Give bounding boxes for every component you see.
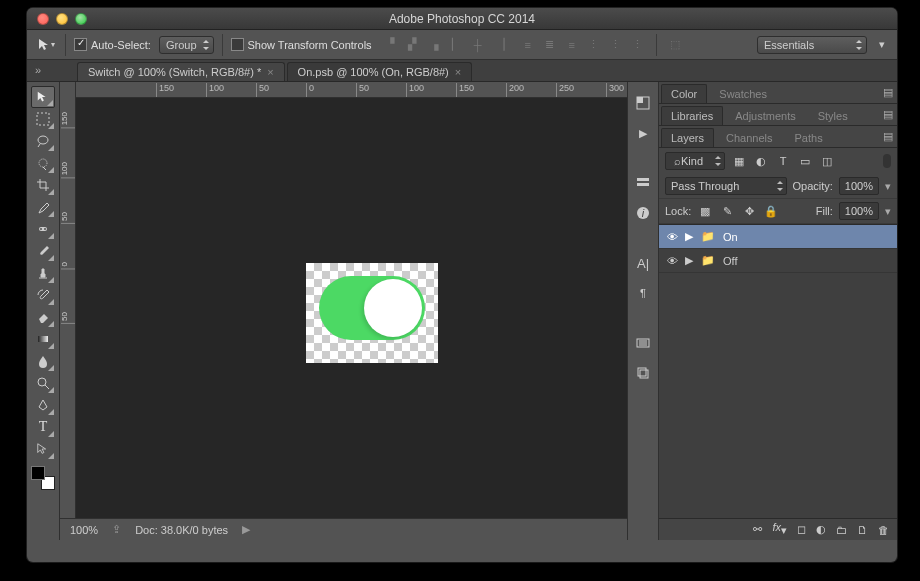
dodge-tool[interactable] xyxy=(31,372,55,394)
layer-filter-select[interactable]: ⌕ Kind xyxy=(665,152,725,170)
filter-toggle-icon[interactable] xyxy=(883,154,891,168)
filter-type-icon[interactable]: T xyxy=(775,153,791,169)
eyedropper-tool[interactable] xyxy=(31,196,55,218)
panel-menu-icon[interactable]: ▤ xyxy=(883,108,893,121)
layer-row[interactable]: 👁 ▶ 📁 Off xyxy=(659,249,897,273)
blur-tool[interactable] xyxy=(31,350,55,372)
panel-tab-styles[interactable]: Styles xyxy=(808,106,858,125)
dist-right-icon[interactable]: ⋮ xyxy=(628,35,648,55)
3d-mode-icon[interactable]: ⬚ xyxy=(665,35,685,55)
info-panel-icon[interactable]: i xyxy=(632,202,654,224)
character-panel-icon[interactable]: A| xyxy=(632,252,654,274)
opacity-field[interactable]: 100% xyxy=(839,177,879,195)
crop-tool[interactable] xyxy=(31,174,55,196)
lock-all-icon[interactable]: 🔒 xyxy=(763,203,779,219)
foreground-color-swatch[interactable] xyxy=(31,466,45,480)
workspace-select[interactable]: Essentials xyxy=(757,36,867,54)
fill-stepper-icon[interactable]: ▾ xyxy=(885,205,891,218)
show-transform-checkbox[interactable]: Show Transform Controls xyxy=(231,38,372,51)
brush-panel-icon[interactable] xyxy=(632,332,654,354)
layer-name[interactable]: Off xyxy=(723,255,891,267)
dist-top-icon[interactable]: ≡ xyxy=(518,35,538,55)
stamp-tool[interactable] xyxy=(31,262,55,284)
opacity-stepper-icon[interactable]: ▾ xyxy=(885,180,891,193)
new-group-icon[interactable]: 🗀 xyxy=(836,524,847,536)
panel-tab-color[interactable]: Color xyxy=(661,84,707,103)
brush-tool[interactable] xyxy=(31,240,55,262)
panel-tab-swatches[interactable]: Swatches xyxy=(709,84,777,103)
tab-expander-icon[interactable]: » xyxy=(35,64,41,76)
fill-field[interactable]: 100% xyxy=(839,202,879,220)
gradient-tool[interactable] xyxy=(31,328,55,350)
align-left-icon[interactable]: ▏ xyxy=(446,35,466,55)
vertical-ruler[interactable]: 150 100 50 0 50 xyxy=(60,82,76,540)
lock-transparency-icon[interactable]: ▩ xyxy=(697,203,713,219)
layer-fx-icon[interactable]: fx▾ xyxy=(772,521,787,537)
properties-panel-icon[interactable] xyxy=(632,172,654,194)
path-select-tool[interactable] xyxy=(31,438,55,460)
filter-adjust-icon[interactable]: ◐ xyxy=(753,153,769,169)
align-vcenter-icon[interactable]: ▞ xyxy=(402,35,422,55)
lasso-tool[interactable] xyxy=(31,130,55,152)
dist-left-icon[interactable]: ⋮ xyxy=(584,35,604,55)
align-hcenter-icon[interactable]: ┼ xyxy=(468,35,488,55)
canvas-area[interactable]: 150 100 50 0 50 150 100 50 0 50 100 150 … xyxy=(60,82,627,540)
share-icon[interactable]: ⇪ xyxy=(112,523,121,536)
visibility-icon[interactable]: 👁 xyxy=(665,231,679,243)
panel-menu-icon[interactable]: ▤ xyxy=(883,86,893,99)
healing-tool[interactable] xyxy=(31,218,55,240)
move-tool[interactable] xyxy=(31,86,55,108)
layer-list[interactable]: 👁 ▶ 📁 On 👁 ▶ 📁 Off xyxy=(659,225,897,518)
clone-panel-icon[interactable] xyxy=(632,362,654,384)
auto-select-mode-select[interactable]: Group xyxy=(159,36,214,54)
history-panel-icon[interactable] xyxy=(632,92,654,114)
visibility-icon[interactable]: 👁 xyxy=(665,255,679,267)
panel-tab-adjustments[interactable]: Adjustments xyxy=(725,106,806,125)
align-right-icon[interactable]: ▕ xyxy=(490,35,510,55)
filter-pixel-icon[interactable]: ▦ xyxy=(731,153,747,169)
dist-bottom-icon[interactable]: ≡ xyxy=(562,35,582,55)
actions-panel-icon[interactable]: ▶ xyxy=(632,122,654,144)
layer-name[interactable]: On xyxy=(723,231,891,243)
close-tab-icon[interactable]: × xyxy=(267,66,273,78)
dist-hcenter-icon[interactable]: ⋮ xyxy=(606,35,626,55)
new-layer-icon[interactable]: 🗋 xyxy=(857,524,868,536)
adjustment-layer-icon[interactable]: ◐ xyxy=(816,523,826,536)
eraser-tool[interactable] xyxy=(31,306,55,328)
document-canvas[interactable] xyxy=(306,263,438,363)
panel-tab-layers[interactable]: Layers xyxy=(661,128,714,147)
zoom-value[interactable]: 100% xyxy=(70,524,98,536)
document-tab[interactable]: On.psb @ 100% (On, RGB/8#) × xyxy=(287,62,473,81)
marquee-tool[interactable] xyxy=(31,108,55,130)
expand-icon[interactable]: ▶ xyxy=(685,230,695,243)
options-menu-icon[interactable]: ▾ xyxy=(875,38,889,51)
expand-icon[interactable]: ▶ xyxy=(685,254,695,267)
lock-pixels-icon[interactable]: ✎ xyxy=(719,203,735,219)
layer-row[interactable]: 👁 ▶ 📁 On xyxy=(659,225,897,249)
link-layers-icon[interactable]: ⚯ xyxy=(753,523,762,536)
panel-tab-paths[interactable]: Paths xyxy=(785,128,833,147)
panel-menu-icon[interactable]: ▤ xyxy=(883,130,893,143)
auto-select-checkbox[interactable]: Auto-Select: xyxy=(74,38,151,51)
blend-mode-select[interactable]: Pass Through xyxy=(665,177,787,195)
paragraph-panel-icon[interactable]: ¶ xyxy=(632,282,654,304)
document-tab[interactable]: Switch @ 100% (Switch, RGB/8#) * × xyxy=(77,62,285,81)
pen-tool[interactable] xyxy=(31,394,55,416)
delete-layer-icon[interactable]: 🗑 xyxy=(878,524,889,536)
panel-tab-channels[interactable]: Channels xyxy=(716,128,782,147)
lock-position-icon[interactable]: ✥ xyxy=(741,203,757,219)
align-top-icon[interactable]: ▝ xyxy=(380,35,400,55)
filter-shape-icon[interactable]: ▭ xyxy=(797,153,813,169)
filter-smart-icon[interactable]: ◫ xyxy=(819,153,835,169)
layer-mask-icon[interactable]: ◻ xyxy=(797,523,806,536)
panel-tab-libraries[interactable]: Libraries xyxy=(661,106,723,125)
status-menu-icon[interactable]: ▶ xyxy=(242,523,250,536)
history-brush-tool[interactable] xyxy=(31,284,55,306)
quick-select-tool[interactable] xyxy=(31,152,55,174)
align-bottom-icon[interactable]: ▗ xyxy=(424,35,444,55)
close-tab-icon[interactable]: × xyxy=(455,66,461,78)
foreground-background-swatch[interactable] xyxy=(31,466,55,490)
horizontal-ruler[interactable]: 150 100 50 0 50 100 150 200 250 300 xyxy=(76,82,627,98)
type-tool[interactable]: T xyxy=(31,416,55,438)
dist-vcenter-icon[interactable]: ≣ xyxy=(540,35,560,55)
